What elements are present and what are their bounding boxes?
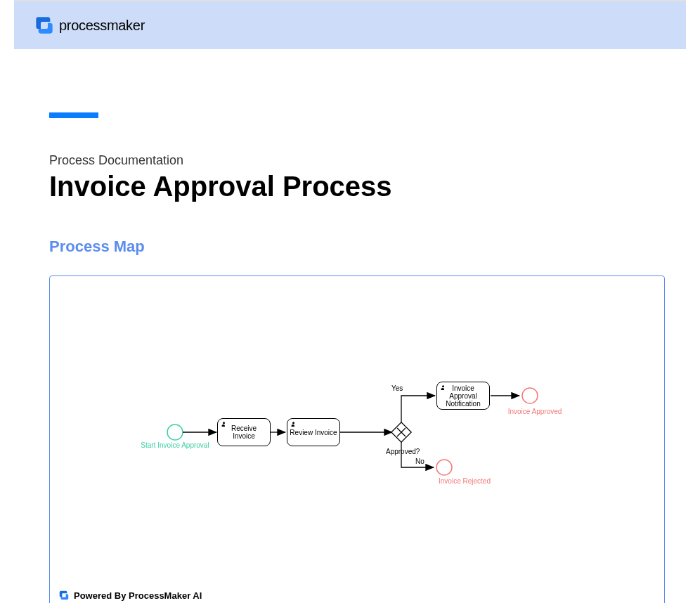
powered-by: Powered By ProcessMaker AI: [58, 590, 202, 601]
gateway-label: Approved?: [386, 448, 420, 456]
end-event-rejected: [436, 460, 452, 475]
task-review-invoice: Review Invoice: [287, 418, 340, 446]
end-rejected-label: Invoice Rejected: [426, 477, 503, 486]
task-receive-invoice: Receive Invoice: [217, 418, 271, 446]
subtitle: Process Documentation: [49, 153, 665, 168]
page-title: Invoice Approval Process: [49, 171, 665, 202]
task-label: Receive Invoice: [219, 424, 268, 440]
accent-bar: [49, 112, 98, 118]
task-approval-notification: Invoice Approval Notification: [436, 382, 490, 410]
task-label: Review Invoice: [290, 429, 337, 436]
content-area: Process Documentation Invoice Approval P…: [0, 49, 700, 603]
end-event-approved: [522, 388, 538, 403]
powered-by-text: Powered By ProcessMaker AI: [74, 590, 202, 601]
no-label: No: [415, 458, 424, 466]
header-banner: processmaker: [14, 0, 686, 49]
start-event-label: Start Invoice Approval: [140, 441, 210, 450]
brand-name: processmaker: [59, 18, 145, 34]
bpmn-diagram: [50, 276, 640, 585]
task-label: Invoice Approval Notification: [439, 384, 488, 408]
start-event: [167, 424, 183, 440]
yes-label: Yes: [391, 384, 403, 393]
processmaker-logo-icon: [34, 15, 55, 36]
process-map-container: Receive Invoice Review Invoice Invoice A…: [49, 275, 665, 603]
section-title: Process Map: [49, 238, 665, 256]
brand-logo: processmaker: [34, 15, 145, 36]
gateway-approved: [391, 422, 411, 442]
processmaker-logo-icon: [58, 590, 70, 601]
end-approved-label: Invoice Approved: [496, 408, 573, 416]
